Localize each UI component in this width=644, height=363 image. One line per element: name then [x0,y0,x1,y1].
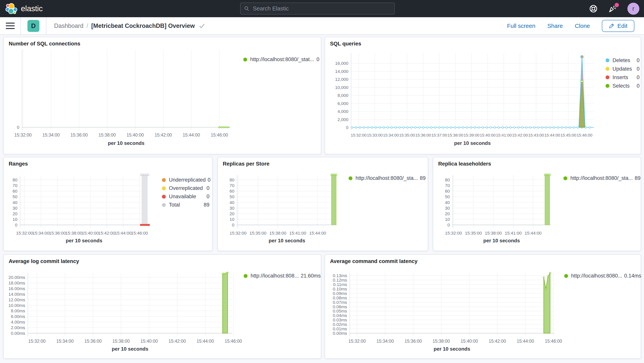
global-search[interactable] [240,3,395,15]
legend-item[interactable]: Updates 0 [606,65,640,73]
svg-text:15:32:00: 15:32:00 [445,231,462,236]
chart-average-command-commit-latency[interactable]: 0.13ms0.12ms0.11ms0.10ms0.09ms0.08ms0.07… [325,255,641,358]
svg-text:15:44:00: 15:44:00 [114,231,132,236]
share-button[interactable]: Share [548,23,563,29]
legend-value: 21.60ms [301,273,321,279]
panel-ranges: Ranges Underreplicated 0 Overreplicated … [3,157,212,251]
svg-text:15:42:00: 15:42:00 [489,339,506,344]
svg-text:0.03ms: 0.03ms [333,317,347,322]
svg-text:0: 0 [17,125,19,130]
legend-item[interactable]: Inserts 0 [606,73,640,82]
chart-replicas-per-store[interactable]: 8070605040302010015:32:0015:35:0015:38:0… [218,157,428,251]
legend-label[interactable]: Inserts [612,75,628,81]
header-actions: r [589,0,639,17]
legend-item[interactable]: http://localhost:8080/_sta... 89 [564,175,638,181]
legend-item[interactable]: Total 89 [162,201,210,209]
help-button[interactable] [589,4,598,13]
svg-text:15:44:00: 15:44:00 [524,231,542,236]
legend-label[interactable]: Total [169,202,180,208]
legend-label[interactable]: Updates [612,66,632,72]
svg-text:14,000: 14,000 [335,69,348,74]
svg-text:10: 10 [12,217,18,222]
legend-dot [162,178,166,182]
svg-text:30: 30 [445,206,450,211]
legend-label[interactable]: Underreplicated [169,177,206,183]
chart-number-of-sql-connections[interactable]: 015:32:0015:34:0015:36:0015:38:0015:40:0… [4,37,321,154]
full-screen-button[interactable]: Full screen [507,23,536,29]
svg-text:30: 30 [230,206,234,211]
legend-item[interactable]: Selects 0 [606,82,640,90]
svg-text:15:41:00: 15:41:00 [496,133,512,137]
legend-item[interactable]: Deletes 0 [606,56,640,65]
svg-text:16,000: 16,000 [335,61,348,66]
legend-label[interactable]: http://localhost:8080... [571,273,622,279]
search-input[interactable] [252,5,391,12]
legend-label[interactable]: http://localhost:8080/_stat... [250,57,314,63]
elastic-logo[interactable]: elastic [6,3,43,15]
news-feed-button[interactable] [608,4,617,13]
svg-text:0.10ms: 0.10ms [333,287,347,291]
legend-dot [564,274,568,278]
svg-text:per 10 seconds: per 10 seconds [434,346,470,352]
svg-text:0.09ms: 0.09ms [333,291,347,296]
svg-text:per 10 seconds: per 10 seconds [108,140,144,146]
legend-item[interactable]: http://localhost:8080/_sta... 89 [348,175,424,181]
chart-sql-queries[interactable]: 16,00014,00012,00010,0008,0006,0004,0002… [325,37,641,154]
legend-label[interactable]: http://localhost:8080/_sta... [570,175,633,181]
clone-button[interactable]: Clone [575,23,590,29]
chart-legend: Underreplicated 0 Overreplicated 0 Unava… [162,176,210,209]
chart-average-log-commit-latency[interactable]: 20.00ms18.00ms16.00ms14.00ms12.00ms10.00… [4,255,321,358]
breadcrumb-dashboard-link[interactable]: Dashboard [54,23,84,30]
edit-button[interactable]: Edit [602,20,634,32]
svg-text:15:46:00: 15:46:00 [211,133,228,138]
legend-dot [162,186,166,190]
legend-label[interactable]: http://localhost:8080/_sta... [356,175,418,181]
svg-text:15:46:00: 15:46:00 [131,231,148,236]
legend-label[interactable]: Overreplicated [169,185,203,191]
legend-item[interactable]: http://localhost:8080... 0.14ms [564,273,640,279]
svg-text:0.01ms: 0.01ms [333,326,347,331]
user-avatar[interactable]: r [628,3,639,15]
svg-text:0.08ms: 0.08ms [333,295,347,300]
svg-text:4,000: 4,000 [338,109,348,114]
legend-dot [244,274,248,278]
legend-label[interactable]: Selects [612,83,630,89]
svg-text:6,000: 6,000 [338,101,348,106]
legend-item[interactable]: Unavailable 0 [162,192,210,201]
svg-text:60: 60 [230,189,234,194]
svg-text:60: 60 [445,189,450,194]
legend-label[interactable]: Unavailable [169,194,196,200]
svg-text:15:36:00: 15:36:00 [415,133,431,137]
svg-text:70: 70 [445,183,450,188]
svg-text:15:35:00: 15:35:00 [465,231,482,236]
svg-text:15:32:00: 15:32:00 [16,231,33,236]
svg-text:15:38:00: 15:38:00 [65,231,82,236]
svg-text:20: 20 [230,211,234,216]
legend-label[interactable]: http://localhost:808... [250,273,299,279]
svg-text:15:32:00: 15:32:00 [14,133,32,138]
legend-item[interactable]: Overreplicated 0 [162,184,210,192]
menu-button[interactable] [6,23,15,29]
chart-replica-leaseholders[interactable]: 8070605040302010015:32:0015:35:0015:38:0… [433,157,641,251]
svg-text:15:42:00: 15:42:00 [512,133,528,137]
legend-item[interactable]: Underreplicated 0 [162,176,210,184]
svg-text:15:41:00: 15:41:00 [505,231,522,236]
legend-item[interactable]: http://localhost:8080/_stat... 0 [243,57,320,63]
svg-text:15:38:00: 15:38:00 [432,339,450,344]
svg-text:50: 50 [12,194,18,199]
panel-average-command-commit-latency: Average command commit latency http://lo… [324,254,641,359]
legend-dot [348,176,352,180]
svg-text:0.12ms: 0.12ms [333,278,347,282]
svg-text:15:34:00: 15:34:00 [56,339,74,344]
svg-text:80: 80 [12,178,18,182]
svg-text:15:40:00: 15:40:00 [126,133,144,138]
app-badge-dashboard[interactable]: D [28,20,40,32]
legend-item[interactable]: http://localhost:808... 21.60ms [244,273,318,279]
chart-legend: http://localhost:8080... 0.14ms [564,273,640,279]
legend-dot [243,58,247,62]
legend-label[interactable]: Deletes [612,58,630,64]
divider [20,17,21,35]
breadcrumb-separator: / [86,23,88,30]
chart-legend: http://localhost:808... 21.60ms [244,273,318,279]
svg-text:10: 10 [445,217,450,222]
